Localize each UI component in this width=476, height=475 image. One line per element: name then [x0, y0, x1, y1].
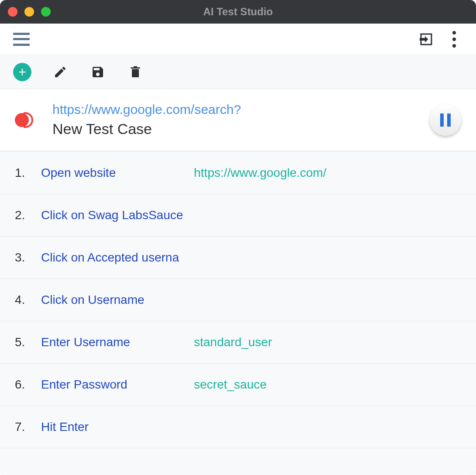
step-row[interactable]: 7. Hit Enter [0, 406, 476, 448]
maximize-window-button[interactable] [41, 7, 51, 17]
record-icon [15, 112, 33, 128]
step-action: Enter Password [41, 378, 194, 392]
app-window: AI Test Studio https [0, 0, 476, 475]
step-action: Hit Enter [41, 420, 194, 434]
step-row[interactable]: 4. Click on Username [0, 279, 476, 321]
step-row[interactable]: 2. Click on Swag LabsSauce [0, 194, 476, 237]
close-window-button[interactable] [8, 7, 17, 17]
window-title: AI Test Studio [0, 6, 476, 18]
delete-icon[interactable] [127, 63, 144, 81]
step-value: secret_sauce [194, 378, 461, 392]
step-action: Click on Swag LabsSauce [41, 208, 194, 222]
add-button[interactable] [13, 63, 31, 81]
edit-icon[interactable] [52, 63, 69, 81]
step-action: Click on Username [41, 293, 194, 307]
minimize-window-button[interactable] [24, 7, 34, 17]
steps-list: 1. Open website https://www.google.com/ … [0, 152, 476, 475]
more-icon[interactable] [445, 31, 463, 48]
testcase-name: New Test Case [52, 120, 421, 138]
titlebar: AI Test Studio [0, 0, 476, 24]
step-number: 6. [15, 378, 41, 392]
pause-button[interactable] [430, 104, 461, 136]
step-number: 1. [15, 166, 41, 180]
testcase-info: https://www.google.com/search? New Test … [52, 102, 421, 138]
step-action: Click on Accepted userna [41, 251, 194, 265]
step-number: 3. [15, 251, 41, 265]
step-row[interactable]: 6. Enter Password secret_sauce [0, 364, 476, 406]
pause-icon [440, 114, 451, 127]
step-value: https://www.google.com/ [194, 166, 461, 180]
testcase-url[interactable]: https://www.google.com/search? [52, 102, 421, 117]
step-row[interactable]: 5. Enter Username standard_user [0, 321, 476, 364]
export-icon[interactable] [417, 31, 435, 48]
step-number: 2. [15, 208, 41, 222]
step-value: standard_user [194, 335, 461, 349]
step-row[interactable]: 1. Open website https://www.google.com/ [0, 152, 476, 194]
step-action: Enter Username [41, 335, 194, 349]
testcase-header: https://www.google.com/search? New Test … [0, 89, 476, 152]
step-number: 7. [15, 420, 41, 434]
step-number: 5. [15, 335, 41, 349]
save-icon[interactable] [89, 63, 107, 81]
topbar [0, 24, 476, 55]
action-toolbar [0, 55, 476, 89]
menu-icon[interactable] [13, 33, 30, 46]
step-action: Open website [41, 166, 194, 180]
step-number: 4. [15, 293, 41, 307]
step-row[interactable]: 3. Click on Accepted userna [0, 237, 476, 279]
traffic-lights [8, 7, 51, 17]
